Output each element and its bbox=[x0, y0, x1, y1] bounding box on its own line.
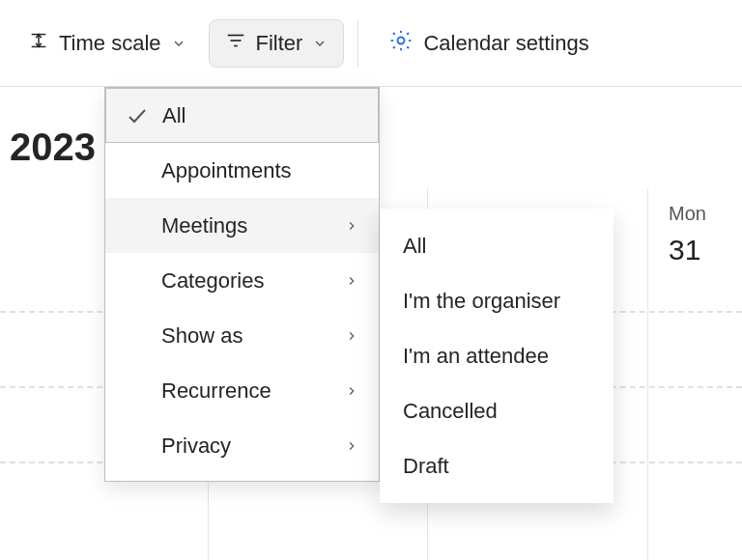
time-scale-label: Time scale bbox=[59, 31, 161, 56]
gear-icon bbox=[388, 28, 414, 59]
filter-button[interactable]: Filter bbox=[209, 19, 345, 68]
filter-item-label: Appointments bbox=[161, 158, 361, 183]
submenu-item-label: All bbox=[403, 234, 426, 259]
toolbar-divider bbox=[357, 20, 358, 67]
time-scale-button[interactable]: Time scale bbox=[12, 19, 203, 68]
filter-menu: All Appointments Meetings Categories Sho… bbox=[104, 87, 380, 482]
chevron-down-icon bbox=[171, 36, 186, 51]
filter-item-label: All bbox=[162, 103, 360, 128]
filter-item-label: Privacy bbox=[161, 434, 330, 459]
meetings-sub-organiser[interactable]: I'm the organiser bbox=[380, 273, 614, 328]
day-number: 31 bbox=[669, 234, 700, 266]
filter-item-all[interactable]: All bbox=[105, 88, 379, 143]
day-name: Mon bbox=[669, 203, 706, 225]
check-icon bbox=[124, 104, 151, 127]
submenu-item-label: I'm the organiser bbox=[403, 289, 560, 314]
year-label: 2023 bbox=[0, 126, 96, 169]
chevron-right-icon bbox=[342, 384, 361, 398]
toolbar: Time scale Filter bbox=[0, 0, 742, 87]
chevron-right-icon bbox=[342, 329, 361, 343]
filter-item-label: Meetings bbox=[161, 213, 330, 238]
svg-point-6 bbox=[398, 37, 405, 43]
filter-item-show-as[interactable]: Show as bbox=[105, 308, 379, 363]
filter-label: Filter bbox=[256, 31, 303, 56]
meetings-sub-attendee[interactable]: I'm an attendee bbox=[380, 328, 614, 383]
filter-item-label: Show as bbox=[161, 323, 330, 349]
submenu-item-label: I'm an attendee bbox=[403, 344, 549, 369]
chevron-right-icon bbox=[342, 274, 361, 288]
filter-item-categories[interactable]: Categories bbox=[105, 253, 379, 308]
filter-icon bbox=[225, 30, 246, 57]
chevron-right-icon bbox=[342, 439, 361, 453]
chevron-down-icon bbox=[312, 36, 328, 51]
filter-item-label: Recurrence bbox=[161, 378, 330, 404]
meetings-sub-cancelled[interactable]: Cancelled bbox=[380, 383, 614, 438]
filter-item-privacy[interactable]: Privacy bbox=[105, 418, 379, 473]
filter-item-appointments[interactable]: Appointments bbox=[105, 143, 379, 198]
column-divider bbox=[647, 188, 648, 560]
meetings-submenu: All I'm the organiser I'm an attendee Ca… bbox=[380, 209, 614, 503]
calendar-settings-button[interactable]: Calendar settings bbox=[372, 17, 605, 70]
calendar-settings-label: Calendar settings bbox=[423, 31, 588, 56]
filter-item-label: Categories bbox=[161, 268, 330, 294]
submenu-item-label: Cancelled bbox=[403, 399, 498, 424]
filter-item-recurrence[interactable]: Recurrence bbox=[105, 363, 379, 418]
chevron-right-icon bbox=[342, 219, 361, 233]
submenu-item-label: Draft bbox=[403, 454, 449, 479]
filter-item-meetings[interactable]: Meetings bbox=[105, 198, 379, 253]
time-scale-icon bbox=[28, 30, 49, 57]
meetings-sub-draft[interactable]: Draft bbox=[380, 438, 614, 493]
meetings-sub-all[interactable]: All bbox=[380, 218, 614, 273]
